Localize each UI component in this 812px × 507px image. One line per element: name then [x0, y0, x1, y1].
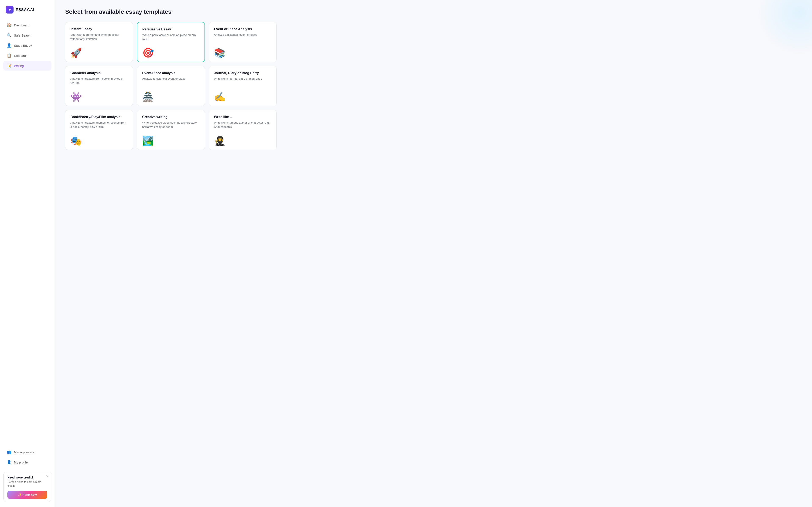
sidebar-item-label-manage-users: Manage users [14, 450, 34, 454]
template-desc-journal-diary-blog: Write like a journal, diary or blog Entr… [214, 77, 271, 89]
template-desc-persuasive-essay: Write a persuasive or opinion piece on a… [142, 33, 199, 45]
sidebar-item-label-my-profile: My profile [14, 460, 28, 464]
template-emoji-persuasive-essay: 🎯 [142, 48, 199, 57]
template-emoji-event-place-analysis: 📚 [214, 48, 271, 58]
template-grid: Instant Essay Start with a prompt and wr… [65, 22, 276, 150]
sidebar-item-study-buddy[interactable]: 👤 Study Buddy [3, 41, 51, 50]
template-emoji-character-analysis: 👾 [70, 92, 128, 102]
template-emoji-instant-essay: 🚀 [70, 48, 128, 58]
template-title-creative-writing: Creative writing [142, 115, 199, 119]
template-emoji-write-like: 🥷 [214, 136, 271, 146]
page-title: Select from available essay templates [65, 8, 802, 15]
sidebar-item-label-research: Research [14, 54, 28, 57]
referral-close-button[interactable]: ✕ [46, 474, 49, 478]
sidebar-item-dashboard[interactable]: 🏠 Dashboard [3, 20, 51, 30]
writing-icon: 📝 [7, 63, 11, 68]
sidebar-item-research[interactable]: 📋 Research [3, 51, 51, 60]
template-card-event-place-analysis[interactable]: Event or Place Analysis Analyze a histor… [209, 22, 276, 62]
template-card-journal-diary-blog[interactable]: Journal, Diary or Blog Entry Write like … [209, 66, 276, 106]
template-title-persuasive-essay: Persuasive Essay [142, 27, 199, 31]
my-profile-icon: 👤 [7, 460, 11, 464]
bottom-nav-section: 👥 Manage users 👤 My profile [0, 447, 55, 467]
template-title-event-place-analysis: Event or Place Analysis [214, 27, 271, 31]
template-desc-instant-essay: Start with a prompt and write an essay w… [70, 33, 128, 45]
sidebar: ESSAY.AI 🏠 Dashboard 🔍 Safe Search 👤 Stu… [0, 0, 55, 507]
sidebar-item-label-study-buddy: Study Buddy [14, 44, 32, 47]
referral-card: ✕ Need more credit? Refer a friend to ea… [3, 472, 51, 502]
nav-divider [3, 444, 51, 444]
template-title-event-place-analysis-2: Event/Place analysis [142, 71, 199, 75]
template-card-write-like[interactable]: Write like ... Write like a famous autho… [209, 110, 276, 150]
sidebar-item-label-dashboard: Dashboard [14, 23, 30, 27]
logo-area: ESSAY.AI [0, 6, 55, 20]
template-title-instant-essay: Instant Essay [70, 27, 128, 31]
sidebar-item-label-safe-search: Safe Search [14, 34, 32, 37]
nav-section: 🏠 Dashboard 🔍 Safe Search 👤 Study Buddy … [0, 20, 55, 440]
template-card-persuasive-essay[interactable]: Persuasive Essay Write a persuasive or o… [137, 22, 205, 62]
template-title-write-like: Write like ... [214, 115, 271, 119]
template-title-journal-diary-blog: Journal, Diary or Blog Entry [214, 71, 271, 75]
sidebar-item-my-profile[interactable]: 👤 My profile [3, 457, 51, 467]
template-desc-character-analysis: Analyze characters from books, movies or… [70, 77, 128, 89]
template-title-character-analysis: Character analysis [70, 71, 128, 75]
referral-description: Refer a friend to earn 5 more credits [7, 481, 47, 488]
study-buddy-icon: 👤 [7, 43, 11, 48]
template-emoji-event-place-analysis-2: 🏯 [142, 92, 199, 102]
template-desc-event-place-analysis-2: Analyze a historical event or place [142, 77, 199, 89]
logo-text: ESSAY.AI [16, 8, 34, 12]
sidebar-item-writing[interactable]: 📝 Writing [3, 61, 51, 70]
template-emoji-creative-writing: 🏞️ [142, 136, 199, 146]
main-content: Select from available essay templates In… [55, 0, 812, 507]
template-desc-book-poetry-analysis: Analyze characters, themes, or scenes fr… [70, 121, 128, 133]
research-icon: 📋 [7, 53, 11, 58]
sidebar-item-label-writing: Writing [14, 64, 24, 68]
template-emoji-journal-diary-blog: ✍️ [214, 92, 271, 102]
template-card-character-analysis[interactable]: Character analysis Analyze characters fr… [65, 66, 133, 106]
refer-now-button[interactable]: ✨ Refer now [7, 491, 47, 499]
template-card-creative-writing[interactable]: Creative writing Write a creative piece … [137, 110, 205, 150]
template-emoji-book-poetry-analysis: 🎭 [70, 136, 128, 146]
sidebar-item-safe-search[interactable]: 🔍 Safe Search [3, 31, 51, 40]
template-card-event-place-analysis-2[interactable]: Event/Place analysis Analyze a historica… [137, 66, 205, 106]
template-desc-write-like: Write like a famous author or character … [214, 121, 271, 133]
svg-point-0 [9, 9, 10, 10]
sidebar-item-manage-users[interactable]: 👥 Manage users [3, 447, 51, 457]
template-card-instant-essay[interactable]: Instant Essay Start with a prompt and wr… [65, 22, 133, 62]
template-desc-creative-writing: Write a creative piece such as a short s… [142, 121, 199, 133]
logo-icon [6, 6, 13, 13]
template-title-book-poetry-analysis: Book/Poetry/Play/Film analysis [70, 115, 128, 119]
template-card-book-poetry-analysis[interactable]: Book/Poetry/Play/Film analysis Analyze c… [65, 110, 133, 150]
manage-users-icon: 👥 [7, 450, 11, 454]
template-desc-event-place-analysis: Analyze a historical event or place [214, 33, 271, 45]
referral-title: Need more credit? [7, 476, 47, 479]
safe-search-icon: 🔍 [7, 33, 11, 38]
dashboard-icon: 🏠 [7, 23, 11, 27]
